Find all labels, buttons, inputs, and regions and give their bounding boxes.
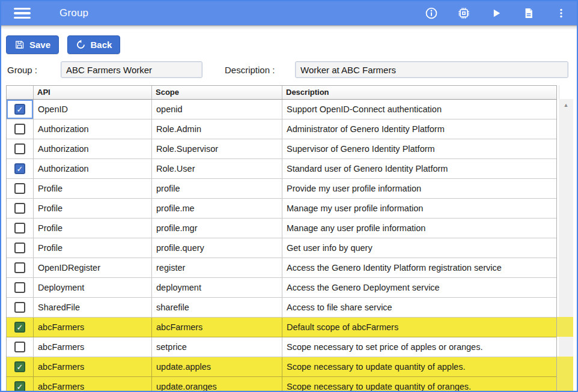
cell-description: Access the Genero Deployment service: [282, 278, 556, 297]
row-checkbox-cell: [7, 357, 33, 376]
cell-description: Standard user of Genero Identity Platfor…: [282, 159, 556, 178]
cell-api: Profile: [33, 199, 151, 218]
row-checkbox-cell: [7, 238, 33, 258]
row-checkbox-cell: [7, 318, 33, 337]
table-row[interactable]: ProfileprofileProvide my user profile in…: [7, 179, 556, 199]
cell-api: abcFarmers: [33, 318, 151, 337]
table-row[interactable]: OpenIDRegisterregisterAccess the Genero …: [7, 258, 556, 278]
header-scope: Scope: [151, 86, 282, 99]
table-row[interactable]: abcFarmerssetpriceScope necessary to set…: [7, 337, 556, 357]
row-checkbox-unchecked[interactable]: [14, 342, 25, 352]
cell-description: Provide my user profile information: [282, 179, 556, 198]
row-checkbox-cell: [7, 219, 33, 238]
table-row[interactable]: SharedFilesharefileAccess to file share …: [7, 298, 556, 318]
table-row[interactable]: OpenIDopenidSupport OpenID-Connect authe…: [7, 100, 556, 119]
kebab-menu-icon[interactable]: [554, 6, 568, 20]
row-checkbox-checked[interactable]: [14, 381, 25, 392]
header-api: API: [33, 86, 151, 99]
row-checkbox-checked[interactable]: [14, 104, 25, 115]
cell-scope: openid: [151, 100, 282, 119]
row-checkbox-unchecked[interactable]: [14, 143, 25, 154]
page-title: Group: [59, 7, 88, 19]
row-checkbox-unchecked[interactable]: [14, 183, 25, 194]
scrollbar-header-gap: [559, 85, 573, 99]
cell-api: Profile: [33, 238, 151, 258]
row-checkbox-unchecked[interactable]: [14, 223, 25, 234]
table-row[interactable]: AuthorizationRole.AdminAdministrator of …: [7, 119, 556, 139]
cell-api: abcFarmers: [33, 337, 151, 357]
table-header: API Scope Description: [7, 86, 556, 100]
description-label: Description :: [225, 65, 283, 75]
save-icon: [14, 40, 25, 50]
table-row[interactable]: abcFarmersupdate.applesScope necessary t…: [7, 357, 556, 377]
table-row[interactable]: Profileprofile.queryGet user info by que…: [7, 238, 556, 258]
chip-settings-icon[interactable]: [457, 6, 471, 20]
cell-description: Manage any user profile information: [282, 219, 556, 238]
row-checkbox-checked[interactable]: [14, 322, 25, 333]
cell-description: Administrator of Genero Identity Platfor…: [282, 119, 556, 139]
table-row[interactable]: Profileprofile.mgrManage any user profil…: [7, 219, 556, 238]
row-checkbox-cell: [7, 119, 33, 139]
table-row[interactable]: Profileprofile.meManage my user profile …: [7, 199, 556, 219]
row-checkbox-cell: [7, 179, 33, 198]
vertical-scrollbar[interactable]: ▲: [559, 85, 573, 392]
row-checkbox-checked[interactable]: [14, 361, 25, 372]
table-row[interactable]: AuthorizationRole.SupervisorSupervisor o…: [7, 139, 556, 159]
action-toolbar: Save Back: [1, 29, 577, 59]
row-checkbox-cell: [7, 298, 33, 317]
report-icon[interactable]: [522, 6, 536, 20]
row-checkbox-cell: [7, 377, 33, 392]
cell-description: Access to file share service: [282, 298, 556, 317]
group-form: Group : Description :: [1, 59, 577, 84]
row-checkbox-cell: [7, 258, 33, 277]
table-row[interactable]: AuthorizationRole.UserStandard user of G…: [7, 159, 556, 179]
hamburger-menu-icon[interactable]: [14, 5, 31, 22]
cell-api: Profile: [33, 219, 151, 238]
row-checkbox-unchecked[interactable]: [14, 124, 25, 134]
cell-api: Authorization: [33, 139, 151, 158]
cell-description: Manage my user profile information: [282, 199, 556, 218]
cell-scope: register: [151, 258, 282, 277]
row-checkbox-cell: [7, 139, 33, 158]
row-checkbox-cell: [7, 199, 33, 218]
cell-scope: update.apples: [151, 357, 282, 376]
cell-description: Get user info by query: [282, 238, 556, 258]
cell-api: abcFarmers: [33, 357, 151, 376]
cell-scope: setprice: [151, 337, 282, 357]
cell-api: OpenID: [33, 100, 151, 119]
row-checkbox-unchecked[interactable]: [14, 282, 25, 293]
cell-api: OpenIDRegister: [33, 258, 151, 277]
cell-scope: profile.mgr: [151, 219, 282, 238]
header-checkbox-column: [7, 86, 33, 99]
cell-description: Access the Genero Identity Platform regi…: [282, 258, 556, 277]
info-icon[interactable]: [424, 6, 439, 20]
cell-scope: profile.me: [151, 199, 282, 218]
row-checkbox-cell: [7, 278, 33, 297]
scrollbar-track[interactable]: [559, 111, 573, 392]
save-button[interactable]: Save: [6, 35, 59, 54]
cell-description: Supervisor of Genero Identity Platform: [282, 139, 556, 158]
run-icon[interactable]: [489, 6, 503, 20]
cell-api: Profile: [33, 179, 151, 198]
row-checkbox-unchecked[interactable]: [14, 302, 25, 313]
row-checkbox-unchecked[interactable]: [14, 262, 25, 273]
row-checkbox-checked[interactable]: [14, 163, 25, 174]
description-input[interactable]: [295, 61, 568, 78]
row-checkbox-cell: [7, 100, 33, 119]
table-row[interactable]: abcFarmersabcFarmersDefault scope of abc…: [7, 318, 556, 337]
cell-description: Default scope of abcFarmers: [282, 318, 556, 337]
row-checkbox-cell: [7, 159, 33, 178]
table-row[interactable]: abcFarmersupdate.orangesScope necessary …: [7, 377, 556, 392]
cell-scope: Role.User: [151, 159, 282, 178]
back-button[interactable]: Back: [67, 35, 121, 54]
cell-scope: profile: [151, 179, 282, 198]
table-row[interactable]: DeploymentdeploymentAccess the Genero De…: [7, 278, 556, 298]
scope-table-rows: OpenIDopenidSupport OpenID-Connect authe…: [7, 100, 556, 392]
cell-scope: Role.Supervisor: [151, 139, 282, 158]
group-input[interactable]: [61, 61, 202, 78]
row-checkbox-unchecked[interactable]: [14, 203, 25, 214]
row-checkbox-unchecked[interactable]: [14, 243, 25, 253]
row-checkbox-cell: [7, 337, 33, 357]
scroll-up-button[interactable]: ▲: [559, 99, 573, 111]
app-bar: Group: [1, 1, 577, 25]
